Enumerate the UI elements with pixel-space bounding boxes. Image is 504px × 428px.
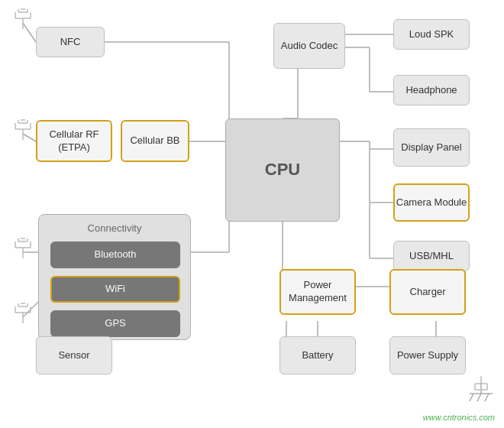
label-usb-mhl: USB/MHL (409, 250, 454, 263)
box-display-panel: Display Panel (393, 128, 470, 167)
antenna-gps (14, 302, 32, 327)
box-gps: GPS (50, 310, 180, 337)
box-headphone: Headphone (393, 75, 470, 105)
label-power-supply: Power Supply (397, 349, 458, 362)
label-headphone: Headphone (405, 84, 457, 97)
box-camera-module: Camera Module (393, 183, 470, 222)
label-cellular-rf: Cellular RF (ETPA) (37, 128, 111, 154)
label-bluetooth: Bluetooth (95, 248, 137, 261)
label-wifi: WiFi (105, 283, 125, 296)
box-cpu: CPU (225, 118, 340, 222)
box-bluetooth: Bluetooth (50, 242, 180, 268)
connectivity-group: Connectivity Bluetooth WiFi GPS (38, 214, 191, 340)
box-battery: Battery (279, 336, 356, 374)
label-battery: Battery (302, 349, 333, 362)
label-loud-spk: Loud SPK (409, 28, 454, 41)
diagram: NFC Audio Codec Loud SPK Headphone Cellu… (0, 0, 504, 428)
box-charger: Charger (389, 269, 466, 315)
label-cellular-bb: Cellular BB (130, 135, 179, 148)
label-power-management: Power Management (281, 279, 354, 305)
box-cellular-rf: Cellular RF (ETPA) (36, 120, 112, 162)
box-wifi: WiFi (50, 276, 180, 303)
connectivity-label: Connectivity (88, 222, 142, 234)
label-charger: Charger (410, 286, 446, 299)
box-power-supply: Power Supply (389, 336, 466, 374)
box-nfc: NFC (36, 27, 105, 57)
antenna-wifi (14, 237, 32, 262)
antenna-nfc (14, 8, 32, 33)
box-audio-codec: Audio Codec (273, 23, 345, 69)
label-camera-module: Camera Module (396, 196, 467, 209)
antenna-cellular (14, 118, 32, 144)
box-power-management: Power Management (279, 269, 356, 315)
label-cpu: CPU (265, 159, 300, 181)
box-loud-spk: Loud SPK (393, 19, 470, 50)
box-usb-mhl: USB/MHL (393, 241, 470, 271)
box-sensor: Sensor (36, 336, 112, 374)
label-gps: GPS (105, 317, 125, 330)
box-cellular-bb: Cellular BB (121, 120, 189, 162)
label-sensor: Sensor (58, 349, 89, 362)
watermark-text: www.cntronics.com (423, 413, 495, 422)
label-connectivity: Connectivity (88, 222, 142, 234)
watermark: www.cntronics.com (423, 413, 495, 422)
antenna-power-supply (472, 376, 490, 401)
label-display-panel: Display Panel (401, 141, 462, 154)
label-audio-codec: Audio Codec (281, 40, 338, 53)
label-nfc: NFC (60, 36, 81, 49)
